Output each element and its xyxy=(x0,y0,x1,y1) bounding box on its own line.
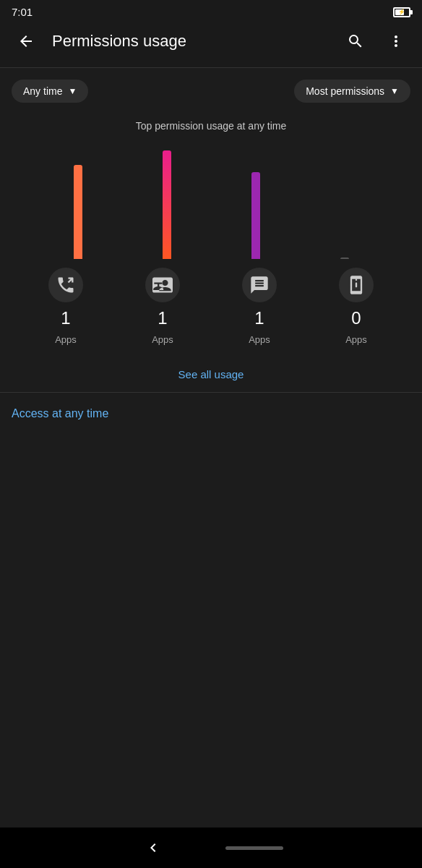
see-all-row: See all usage xyxy=(0,357,422,392)
perm-phone-count: 1 xyxy=(61,308,70,328)
perm-item-sms[interactable]: 1 Apps xyxy=(231,268,288,345)
bar-empty xyxy=(340,258,349,259)
search-icon xyxy=(347,33,364,50)
sms-icon xyxy=(249,275,270,295)
access-section: Access at any time xyxy=(0,393,422,432)
chart-section: Top permission usage at any time xyxy=(0,114,422,357)
chart-bar-3 xyxy=(251,172,260,259)
content-area: Any time ▼ Most permissions ▼ Top permis… xyxy=(0,68,422,827)
perm-device-count: 0 xyxy=(351,308,361,328)
see-all-link[interactable]: See all usage xyxy=(178,368,244,380)
time-filter-label: Any time xyxy=(23,85,62,97)
bottom-nav xyxy=(0,827,422,868)
page-title: Permissions usage xyxy=(52,32,330,51)
sort-filter-arrow-icon: ▼ xyxy=(390,86,399,96)
sort-filter-label: Most permissions xyxy=(306,85,384,97)
back-button[interactable] xyxy=(12,27,40,56)
battery-icon: ⚡ xyxy=(393,7,410,17)
sort-filter-pill[interactable]: Most permissions ▼ xyxy=(294,80,410,103)
bar-purple xyxy=(251,172,260,259)
perm-device-label: Apps xyxy=(345,334,367,345)
time-filter-arrow-icon: ▼ xyxy=(68,86,77,96)
more-options-icon xyxy=(387,33,405,50)
permissions-row: 1 Apps 1 Apps 1 xyxy=(12,268,410,345)
back-arrow-icon xyxy=(17,33,35,50)
nav-home-pill[interactable] xyxy=(225,846,283,850)
phone-log-icon xyxy=(56,275,76,295)
chart-title: Top permission usage at any time xyxy=(136,120,287,132)
perm-contacts-label: Apps xyxy=(152,334,173,345)
bolt-icon: ⚡ xyxy=(399,9,405,16)
perm-device-icon-circle xyxy=(339,268,374,302)
perm-phone-icon-circle xyxy=(48,268,83,302)
nav-back-button[interactable] xyxy=(139,833,168,862)
chart-bar-2 xyxy=(163,150,171,259)
perm-item-device-info[interactable]: 0 Apps xyxy=(327,268,385,345)
status-bar: 7:01 ⚡ xyxy=(0,0,422,21)
perm-sms-icon-circle xyxy=(242,268,277,302)
search-button[interactable] xyxy=(341,27,370,56)
top-bar: Permissions usage xyxy=(0,21,422,67)
status-icons: ⚡ xyxy=(393,7,410,17)
status-time: 7:01 xyxy=(12,6,33,18)
device-info-icon xyxy=(346,275,366,295)
menu-button[interactable] xyxy=(382,27,410,56)
perm-sms-label: Apps xyxy=(249,334,270,345)
perm-phone-label: Apps xyxy=(55,334,77,345)
perm-item-phone[interactable]: 1 Apps xyxy=(37,268,95,345)
bar-pink xyxy=(163,150,171,259)
perm-contacts-icon-circle xyxy=(145,268,180,302)
nav-back-icon xyxy=(145,839,162,856)
perm-sms-count: 1 xyxy=(254,308,264,328)
access-header: Access at any time xyxy=(0,393,422,432)
bar-orange xyxy=(74,165,82,259)
perm-item-contacts[interactable]: 1 Apps xyxy=(134,268,191,345)
time-filter-pill[interactable]: Any time ▼ xyxy=(12,80,88,103)
chart-bars-container xyxy=(12,143,410,259)
perm-contacts-count: 1 xyxy=(158,308,167,328)
filters-row: Any time ▼ Most permissions ▼ xyxy=(0,68,422,114)
contacts-icon xyxy=(152,275,173,295)
chart-bar-1 xyxy=(74,165,82,259)
access-at-any-time-link[interactable]: Access at any time xyxy=(12,407,108,420)
chart-bar-4 xyxy=(340,258,349,259)
